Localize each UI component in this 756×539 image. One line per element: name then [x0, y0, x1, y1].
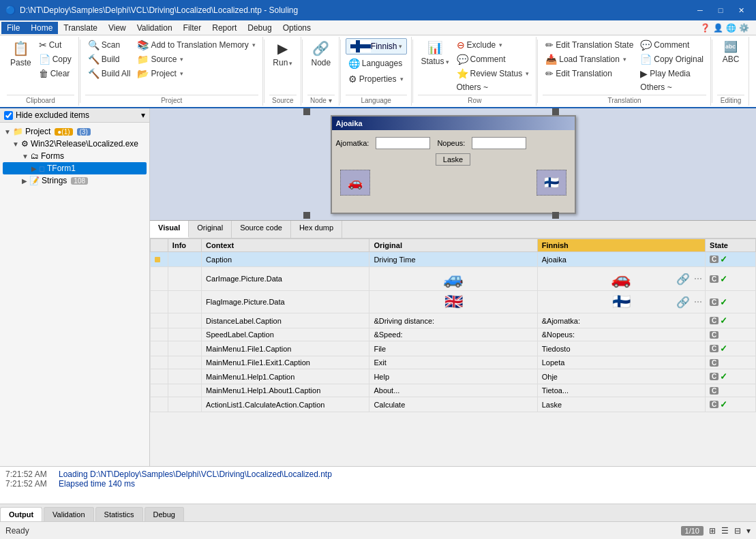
- others-trans-button[interactable]: Others ~: [637, 81, 706, 93]
- resize-handle-tl[interactable]: [303, 108, 310, 115]
- maximize-button[interactable]: □: [711, 3, 730, 17]
- tree-item-tform1[interactable]: ▶ ◻ TForm1: [3, 162, 147, 174]
- comment-row-button[interactable]: 💬 Comment: [454, 52, 532, 66]
- tree-item-strings[interactable]: ▶ 📝 Strings 108: [3, 174, 147, 187]
- resize-handle-br[interactable]: [552, 212, 559, 219]
- source-button[interactable]: 📁 Source▾: [134, 52, 258, 66]
- review-status-button[interactable]: ⭐ Review Status▾: [454, 67, 532, 80]
- tree-item-exe[interactable]: ▼ ⚙ Win32\Release\Localized.exe: [3, 138, 147, 150]
- node-button[interactable]: 🔗 Node: [307, 38, 335, 70]
- menu-translate[interactable]: Translate: [58, 22, 103, 34]
- excluded-label[interactable]: Hide excluded items: [16, 110, 89, 120]
- paste-button[interactable]: 📋 Paste: [7, 38, 35, 70]
- copy-original-button[interactable]: 📄 Copy Original: [637, 52, 706, 66]
- tab-source-code[interactable]: Source code: [232, 221, 291, 238]
- grid-icon[interactable]: ⊞: [709, 526, 716, 536]
- source-group: ▶ Run▾ Source: [265, 37, 301, 106]
- col-header-state[interactable]: State: [706, 239, 756, 252]
- menu-view[interactable]: View: [103, 22, 132, 34]
- form-field-speed[interactable]: [472, 137, 526, 149]
- project-button[interactable]: 📂 Project▾: [134, 67, 258, 80]
- tree-item-project[interactable]: ▼ 📁 Project ●(1) (3): [3, 125, 147, 138]
- layout-icon[interactable]: ▾: [746, 526, 751, 536]
- tree-item-forms[interactable]: ▼ 🗂 Forms: [3, 150, 147, 162]
- row-context: ActionList1.CalculateAction.Caption: [202, 397, 369, 412]
- tab-hex-dump[interactable]: Hex dump: [291, 221, 342, 238]
- table-row[interactable]: MainMenu1.File1.Caption File Tiedosto C✓: [151, 341, 756, 356]
- col-header-info[interactable]: Info: [168, 239, 201, 252]
- play-media-button[interactable]: ▶ Play Media: [637, 67, 706, 80]
- resize-handle-bl[interactable]: [303, 212, 310, 219]
- clear-button[interactable]: 🗑 Clear: [36, 67, 74, 80]
- row-state: C✓: [706, 397, 756, 412]
- form-field-distance[interactable]: [376, 137, 430, 149]
- properties-button[interactable]: ⚙ Properties▾: [346, 72, 406, 86]
- comment-trans-button[interactable]: 💬 Comment: [637, 38, 706, 52]
- exclude-button[interactable]: ⊖ Exclude▾: [454, 38, 532, 52]
- menu-filter[interactable]: Filter: [178, 22, 207, 34]
- table-row[interactable]: MainMenu1.Help1.Caption Help Ohje C✓: [151, 369, 756, 384]
- table-row[interactable]: MainMenu1.File1.Exit1.Caption Exit Lopet…: [151, 356, 756, 369]
- languages-button[interactable]: 🌐 Languages: [346, 57, 405, 70]
- help-icon[interactable]: ❓: [700, 23, 710, 33]
- table-row[interactable]: SpeedLabel.Caption &Speed: &Nopeus: C: [151, 328, 756, 341]
- tree-label-forms: Forms: [41, 151, 64, 161]
- tab-visual[interactable]: Visual: [150, 221, 189, 238]
- resize-handle-tr[interactable]: [552, 108, 559, 115]
- menu-report[interactable]: Report: [207, 22, 242, 34]
- menu-file[interactable]: File: [1, 22, 25, 34]
- load-trans-button[interactable]: 📥 Load Translation▾: [543, 52, 636, 66]
- col-header-original[interactable]: Original: [369, 239, 537, 252]
- hide-excluded-checkbox[interactable]: [4, 111, 13, 120]
- more-button[interactable]: ⋯: [694, 274, 702, 283]
- minimize-button[interactable]: ─: [691, 3, 710, 17]
- flag-link-icon: 🔗: [676, 296, 690, 309]
- row-indicator-badge: [155, 257, 160, 262]
- table-row[interactable]: Caption Driving Time Ajoaika C✓: [151, 252, 756, 267]
- menu-options[interactable]: Options: [277, 22, 316, 34]
- menu-debug[interactable]: Debug: [242, 22, 277, 34]
- menu-validation[interactable]: Validation: [132, 22, 178, 34]
- split-icon[interactable]: ⊟: [734, 526, 741, 536]
- run-button[interactable]: ▶ Run▾: [269, 38, 297, 70]
- edit-trans-state-button[interactable]: ✏ Edit Translation State: [543, 38, 636, 52]
- tab-original[interactable]: Original: [189, 221, 232, 238]
- settings-icon[interactable]: ⚙️: [739, 23, 749, 33]
- table-row[interactable]: MainMenu1.Help1.About1.Caption About... …: [151, 384, 756, 397]
- status-dropdown[interactable]: 📊 Status▾: [418, 38, 453, 68]
- run-icon: ▶: [277, 40, 288, 57]
- tab-validation[interactable]: Validation: [44, 507, 94, 521]
- language-selector[interactable]: Finnish ▾: [346, 38, 407, 55]
- build-all-button[interactable]: 🔨 Build All: [85, 67, 134, 80]
- cut-button[interactable]: ✂ Cut: [36, 38, 74, 52]
- tab-statistics[interactable]: Statistics: [95, 507, 143, 521]
- build-button[interactable]: 🔨 Build: [85, 52, 134, 66]
- add-trans-button[interactable]: 📚 Add to Translation Memory▾: [134, 38, 258, 52]
- edit-trans-button[interactable]: ✏ Edit Translation: [543, 67, 636, 80]
- table-row[interactable]: FlagImage.Picture.Data 🇬🇧 🇫🇮 🔗 ⋯ C✓: [151, 291, 756, 313]
- tab-output[interactable]: Output: [0, 507, 42, 521]
- abc-button[interactable]: 🔤 ABC: [717, 38, 744, 66]
- form-calculate-button[interactable]: Laske: [436, 153, 470, 166]
- flag-more-button[interactable]: ⋯: [694, 297, 702, 307]
- row-indicator-cell: [151, 369, 168, 384]
- row-state: C: [706, 384, 756, 397]
- translation-table: Info Context Original Finnish State Capt…: [150, 238, 756, 412]
- user-icon[interactable]: 👤: [713, 23, 723, 33]
- list-icon[interactable]: ☰: [721, 526, 729, 536]
- table-row[interactable]: CarImage.Picture.Data 🚙 🚗 🔗 ⋯ C✓: [151, 267, 756, 291]
- resize-top[interactable]: [150, 108, 756, 114]
- row-context: MainMenu1.Help1.Caption: [202, 369, 369, 384]
- table-row[interactable]: DistanceLabel.Caption &Driving distance:…: [151, 313, 756, 328]
- others-row-button[interactable]: Others ~: [454, 81, 532, 93]
- col-header-finnish[interactable]: Finnish: [537, 239, 705, 252]
- scan-button[interactable]: 🔍 Scan: [85, 38, 134, 52]
- tab-debug[interactable]: Debug: [145, 507, 184, 521]
- col-header-context[interactable]: Context: [202, 239, 369, 252]
- excluded-dropdown-arrow[interactable]: ▾: [141, 110, 145, 120]
- copy-button[interactable]: 📄 Copy: [36, 52, 74, 66]
- menu-home[interactable]: Home: [25, 22, 58, 34]
- globe-icon[interactable]: 🌐: [726, 23, 736, 33]
- table-row[interactable]: ActionList1.CalculateAction.Caption Calc…: [151, 397, 756, 412]
- close-button[interactable]: ✕: [731, 3, 751, 17]
